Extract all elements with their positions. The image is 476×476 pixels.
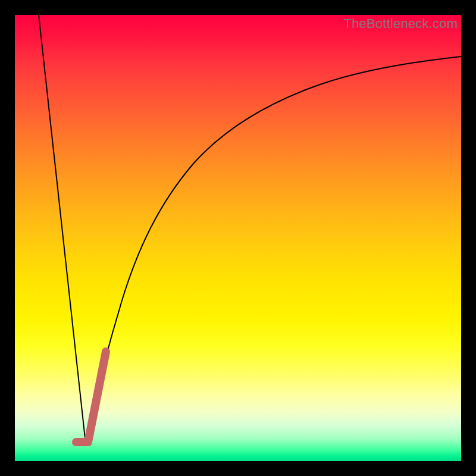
left-line xyxy=(39,15,85,439)
right-curve xyxy=(85,57,461,439)
curve-overlay xyxy=(15,15,461,461)
plot-area: TheBottleneck.com xyxy=(15,15,461,461)
chart-frame: TheBottleneck.com xyxy=(0,0,476,476)
